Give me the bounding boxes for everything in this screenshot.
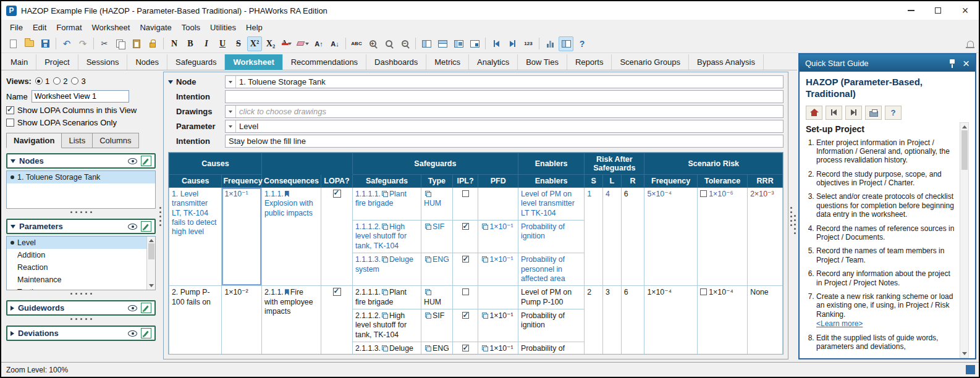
lopa-checkbox[interactable] (333, 190, 341, 198)
pfd-cell[interactable]: 1×10⁻¹ (478, 253, 518, 286)
save-button[interactable] (38, 36, 53, 51)
ipl-cell[interactable] (452, 309, 478, 342)
enabler-cell[interactable]: Probability of ignition (518, 220, 584, 253)
dropdown-button[interactable] (226, 120, 236, 132)
pfd-cell[interactable]: 1×10⁻¹ (478, 342, 518, 355)
zoom-in-button[interactable] (365, 36, 380, 51)
type-cell[interactable]: ENG (421, 342, 453, 355)
menu-format[interactable]: Format (51, 21, 87, 34)
close-icon[interactable]: × (963, 57, 969, 69)
maximize-button[interactable] (924, 1, 952, 20)
open-button[interactable] (22, 36, 36, 51)
new-button[interactable] (6, 36, 20, 51)
tolerance-checkbox[interactable] (700, 190, 707, 197)
resize-handle[interactable] (6, 290, 156, 295)
pfd-cell[interactable] (478, 188, 518, 220)
underline-button[interactable]: U (215, 36, 230, 51)
tab-worksheet[interactable]: Worksheet (225, 54, 282, 70)
risk-cell[interactable]: 6 (621, 188, 644, 286)
show-lopa-columns-option[interactable]: Show LOPA Columns in this View (6, 106, 156, 115)
scenario-frequency-cell[interactable]: 1×10⁻⁴ (644, 286, 697, 355)
parameters-section-header[interactable]: Parameters (6, 219, 156, 234)
scrollbar-thumb[interactable] (961, 130, 968, 170)
superscript-button[interactable]: X² (247, 36, 262, 51)
scroll-up-icon[interactable] (149, 239, 154, 242)
tab-analytics[interactable]: Analytics (469, 54, 518, 70)
learn-more-link[interactable]: <Learn more> (816, 319, 863, 328)
likelihood-cell[interactable]: 3 (602, 286, 621, 355)
consequence-cell[interactable]: 2.1.1.Fire with employee impacts (261, 286, 321, 355)
collapse-icon[interactable] (168, 80, 173, 84)
panel-layout-top-button[interactable] (435, 36, 450, 51)
tab-recommendations[interactable]: Recommendations (283, 54, 366, 70)
bold-button[interactable]: B (183, 36, 198, 51)
spellcheck-button[interactable]: ABC (349, 36, 364, 51)
chart-button[interactable] (543, 36, 557, 51)
view-radio-1[interactable]: 1 (35, 77, 49, 86)
ipl-cell[interactable] (452, 286, 478, 309)
resize-handle[interactable] (6, 209, 156, 214)
deviations-section-header[interactable]: Deviations (6, 326, 156, 341)
menu-utilities[interactable]: Utilities (205, 21, 241, 34)
visibility-eye-icon[interactable] (128, 224, 137, 230)
scroll-up-icon[interactable] (962, 125, 967, 128)
enabler-cell[interactable]: Probability of ignition (518, 309, 584, 342)
normal-style-button[interactable]: N (167, 36, 182, 51)
ipl-cell[interactable] (452, 220, 478, 253)
parameter-combobox[interactable]: Level (225, 120, 784, 133)
copy-button[interactable] (113, 36, 128, 51)
safeguard-cell[interactable]: 1.1.1.3.Deluge system (352, 253, 421, 286)
cause-frequency-cell[interactable]: 1×10⁻² (222, 286, 262, 355)
ipl-checkbox[interactable] (462, 345, 469, 351)
parameter-list-item[interactable]: Addition (7, 249, 146, 261)
cause-cell[interactable]: 2. Pump P-100 fails on (169, 286, 222, 355)
view-radio-3[interactable]: 3 (71, 77, 85, 86)
safeguard-cell[interactable]: 2.1.1.1.Plant fire brigade (352, 286, 421, 309)
undo-button[interactable]: ↶ (59, 36, 74, 51)
zoom-out-button[interactable] (397, 36, 412, 51)
tolerance-cell[interactable]: 1×10⁻⁴ (697, 286, 747, 355)
visibility-eye-icon[interactable] (128, 158, 137, 164)
scrollbar-thumb[interactable] (148, 243, 154, 259)
enabler-cell[interactable]: Probability of personnel in affected are… (518, 342, 584, 355)
enabler-cell[interactable]: Probability of personnel in affected are… (518, 253, 584, 286)
panel-layout-mark-button[interactable] (467, 36, 482, 51)
menu-navigate[interactable]: Navigate (135, 21, 176, 34)
sidebar-splitter[interactable] (157, 70, 163, 362)
ipl-checkbox[interactable] (462, 288, 469, 295)
node-list-item[interactable]: 1. Toluene Storage Tank (7, 171, 155, 183)
tab-bypass-analysis[interactable]: Bypass Analysis (689, 54, 764, 70)
pfd-cell[interactable] (478, 286, 518, 309)
go-first-button[interactable] (489, 36, 504, 51)
tab-main[interactable]: Main (2, 54, 36, 70)
menu-edit[interactable]: Edit (28, 21, 51, 34)
pfd-cell[interactable]: 1×10⁻¹ (478, 220, 518, 253)
lopa-cell[interactable] (321, 286, 353, 355)
ipl-checkbox[interactable] (462, 312, 469, 319)
ipl-cell[interactable] (452, 253, 478, 286)
paste-button[interactable] (129, 36, 144, 51)
lopa-checkbox[interactable] (333, 288, 341, 296)
view-name-input[interactable] (32, 90, 129, 103)
font-decrease-button[interactable]: A↓ (327, 36, 342, 51)
panel-view-button[interactable] (559, 36, 573, 51)
tab-bow-ties[interactable]: Bow Ties (518, 54, 567, 70)
parameter-list-item[interactable]: Reaction (7, 261, 146, 274)
lopa-cell[interactable] (321, 188, 353, 286)
tab-metrics[interactable]: Metrics (426, 54, 469, 70)
checkbox-icon[interactable] (6, 106, 14, 114)
tab-dashboards[interactable]: Dashboards (366, 54, 426, 70)
type-cell[interactable]: SIF (421, 309, 453, 342)
parameter-list-item[interactable]: Level (7, 237, 146, 249)
font-color-button[interactable]: A (279, 36, 294, 51)
pfd-cell[interactable]: 1×10⁻¹ (478, 309, 518, 342)
menu-tools[interactable]: Tools (177, 21, 205, 34)
scroll-down-icon[interactable] (149, 284, 154, 287)
edit-deviations-button[interactable] (141, 328, 151, 338)
severity-cell[interactable]: 2 (585, 286, 603, 355)
nodes-section-header[interactable]: Nodes (6, 153, 156, 169)
font-increase-button[interactable]: A↑ (311, 36, 326, 51)
subscript-button[interactable]: X₂ (263, 36, 278, 51)
safeguard-cell[interactable]: 2.1.1.3.Deluge system (352, 342, 421, 355)
expand-icon[interactable] (11, 306, 14, 311)
